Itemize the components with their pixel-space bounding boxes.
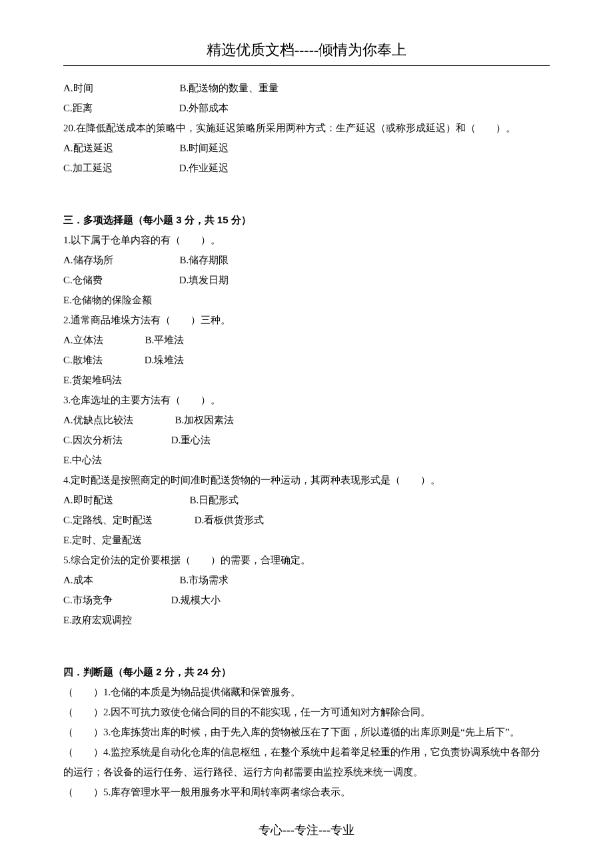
s3-q2-opt-c: C.散堆法 xyxy=(63,355,103,365)
page-footer: 专心---专注---专业 xyxy=(63,822,550,838)
s3-q5-row2: C.市场竞争D.规模大小 xyxy=(63,590,550,610)
s3-q4-row1: A.即时配送B.日配形式 xyxy=(63,490,550,510)
s3-q5-opt-e: E.政府宏观调控 xyxy=(63,610,550,630)
s3-q3-opt-d: D.重心法 xyxy=(171,435,211,445)
q20-opt-a: A.配送延迟 xyxy=(63,143,113,153)
s3-q1-row1: A.储存场所B.储存期限 xyxy=(63,250,550,270)
s4-q4: （ ）4.监控系统是自动化仓库的信息枢纽，在整个系统中起着举足轻重的作用，它负责… xyxy=(63,742,550,782)
document-content: A.时间B.配送物的数量、重量 C.距离D.外部成本 20.在降低配送成本的策略… xyxy=(63,78,550,802)
s3-q5-opt-a: A.成本 xyxy=(63,575,93,585)
s3-q1-text: 1.以下属于仓单内容的有（ ）。 xyxy=(63,230,550,250)
s3-q4-opt-a: A.即时配送 xyxy=(63,495,113,505)
s3-q4-opt-d: D.看板供货形式 xyxy=(195,515,265,525)
s3-q4-opt-b: B.日配形式 xyxy=(190,495,239,505)
q19-options-row2: C.距离D.外部成本 xyxy=(63,98,550,118)
s3-q1-opt-d: D.填发日期 xyxy=(179,275,229,285)
s3-q2-row1: A.立体法B.平堆法 xyxy=(63,330,550,350)
s3-q4-text: 4.定时配送是按照商定的时间准时配送货物的一种运动，其两种表现形式是（ ）。 xyxy=(63,470,550,490)
s3-q2-opt-a: A.立体法 xyxy=(63,335,103,345)
s3-q1-row2: C.仓储费D.填发日期 xyxy=(63,270,550,290)
q19-opt-a: A.时间 xyxy=(63,83,93,93)
s3-q5-text: 5.综合定价法的定价要根据（ ）的需要，合理确定。 xyxy=(63,550,550,570)
s3-q2-text: 2.通常商品堆垛方法有（ ）三种。 xyxy=(63,310,550,330)
s4-q3: （ ）3.仓库拣货出库的时候，由于先入库的货物被压在了下面，所以遵循的出库原则是… xyxy=(63,722,550,742)
q20-opt-d: D.作业延迟 xyxy=(179,163,229,173)
s3-q3-row1: A.优缺点比较法B.加权因素法 xyxy=(63,410,550,430)
s3-q1-opt-b: B.储存期限 xyxy=(180,255,229,265)
s3-q3-opt-c: C.因次分析法 xyxy=(63,435,123,445)
s4-q1: （ ）1.仓储的本质是为物品提供储藏和保管服务。 xyxy=(63,682,550,702)
s3-q5-row1: A.成本B.市场需求 xyxy=(63,570,550,590)
s3-q5-opt-b: B.市场需求 xyxy=(180,575,229,585)
s3-q1-opt-c: C.仓储费 xyxy=(63,275,103,285)
q19-options-row1: A.时间B.配送物的数量、重量 xyxy=(63,78,550,98)
s3-q3-text: 3.仓库选址的主要方法有（ ）。 xyxy=(63,390,550,410)
q19-opt-d: D.外部成本 xyxy=(179,103,229,113)
s4-q5: （ ）5.库存管理水平一般用服务水平和周转率两者综合表示。 xyxy=(63,782,550,802)
s3-q3-opt-e: E.中心法 xyxy=(63,450,550,470)
s3-q2-opt-e: E.货架堆码法 xyxy=(63,370,550,390)
s3-q5-opt-c: C.市场竞争 xyxy=(63,595,113,605)
s3-q3-row2: C.因次分析法D.重心法 xyxy=(63,430,550,450)
s4-q2: （ ）2.因不可抗力致使仓储合同的目的不能实现，任一方可通知对方解除合同。 xyxy=(63,702,550,722)
q20-opt-c: C.加工延迟 xyxy=(63,163,113,173)
s3-q3-opt-b: B.加权因素法 xyxy=(175,415,235,425)
s3-q2-opt-d: D.垛堆法 xyxy=(145,355,185,365)
page-header: 精选优质文档-----倾情为你奉上 xyxy=(63,40,550,65)
s3-q2-row2: C.散堆法D.垛堆法 xyxy=(63,350,550,370)
q20-options-row1: A.配送延迟B.时间延迟 xyxy=(63,138,550,158)
s3-q4-opt-e: E.定时、定量配送 xyxy=(63,530,550,550)
q19-opt-b: B.配送物的数量、重量 xyxy=(180,83,279,93)
s3-q1-opt-a: A.储存场所 xyxy=(63,255,113,265)
q20-opt-b: B.时间延迟 xyxy=(180,143,229,153)
section-4-title: 四．判断题（每小题 2 分，共 24 分） xyxy=(63,662,550,682)
s3-q1-opt-e: E.仓储物的保险金额 xyxy=(63,290,550,310)
s3-q3-opt-a: A.优缺点比较法 xyxy=(63,415,133,425)
s3-q4-row2: C.定路线、定时配送D.看板供货形式 xyxy=(63,510,550,530)
s3-q5-opt-d: D.规模大小 xyxy=(171,595,221,605)
q19-opt-c: C.距离 xyxy=(63,103,93,113)
s3-q2-opt-b: B.平堆法 xyxy=(145,335,185,345)
s3-q4-opt-c: C.定路线、定时配送 xyxy=(63,515,153,525)
header-divider xyxy=(63,65,550,66)
q20-text: 20.在降低配送成本的策略中，实施延迟策略所采用两种方式：生产延迟（或称形成延迟… xyxy=(63,118,550,138)
q20-options-row2: C.加工延迟D.作业延迟 xyxy=(63,158,550,178)
section-3-title: 三．多项选择题（每小题 3 分，共 15 分） xyxy=(63,210,550,230)
